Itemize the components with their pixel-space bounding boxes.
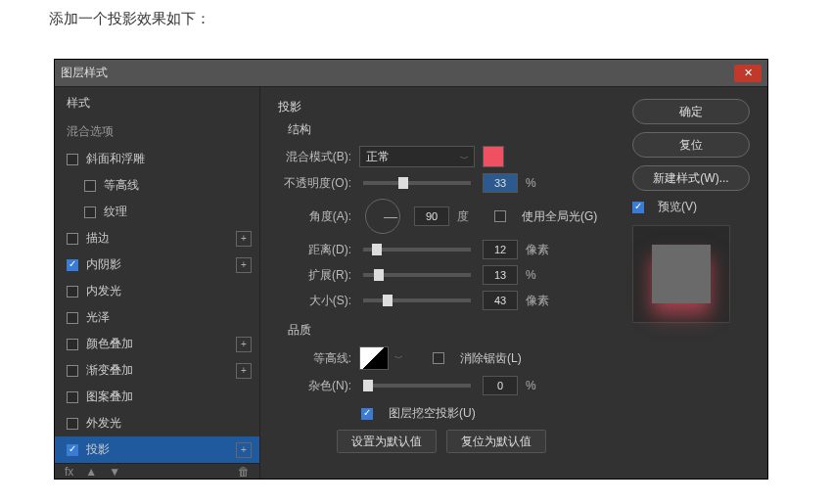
noise-input[interactable]: 0 [483,376,518,395]
spread-input[interactable]: 13 [483,265,518,285]
opacity-input[interactable]: 33 [483,173,518,193]
style-checkbox[interactable] [67,365,78,377]
style-item[interactable]: 描边+ [55,225,259,252]
global-light-label: 使用全局光(G) [522,208,597,225]
angle-dial[interactable] [365,199,400,234]
style-checkbox[interactable] [67,391,78,403]
style-label: 投影 [86,441,110,458]
reset-button[interactable]: 复位 [632,132,750,158]
noise-unit: % [526,379,536,392]
size-unit: 像素 [526,293,549,309]
caption-text: 添加一个投影效果如下： [0,0,832,28]
chevron-down-icon[interactable]: ﹀ [394,352,403,365]
style-checkbox[interactable] [84,180,96,192]
style-item[interactable]: 外发光 [55,410,259,436]
styles-header[interactable]: 样式 [55,87,259,119]
style-item[interactable]: 光泽 [55,304,259,331]
style-item[interactable]: 颜色叠加+ [55,331,259,357]
set-default-button[interactable]: 设置为默认值 [337,430,437,453]
style-item[interactable]: 纹理 [55,199,259,225]
layer-style-dialog: 图层样式 ✕ 样式 混合选项 斜面和浮雕等高线纹理描边+内阴影+内发光光泽颜色叠… [54,59,768,480]
opacity-slider[interactable] [363,181,471,185]
style-label: 纹理 [104,204,127,220]
blend-mode-label: 混合模式(B): [278,149,351,165]
actions-panel: 确定 复位 新建样式(W)... 预览(V) [619,87,767,479]
opacity-unit: % [526,176,536,190]
size-label: 大小(S): [278,293,351,309]
ok-button[interactable]: 确定 [632,99,750,124]
global-light-checkbox[interactable] [494,210,506,222]
quality-group: 品质 [288,322,601,339]
preview-swatch [652,245,711,303]
style-item[interactable]: 投影+ [55,436,259,463]
distance-slider[interactable] [363,248,471,252]
settings-panel: 投影 结构 混合模式(B): 正常 ﹀ 不透明度(O): 33 % 角度(A):… [260,87,619,479]
angle-unit: 度 [457,208,469,225]
color-swatch[interactable] [483,146,504,167]
preview-label: 预览(V) [658,199,697,215]
section-title: 投影 [278,99,601,115]
noise-label: 杂色(N): [278,378,351,394]
style-checkbox[interactable] [67,259,78,271]
style-label: 图案叠加 [86,389,133,405]
style-checkbox[interactable] [67,154,78,165]
style-checkbox[interactable] [67,233,78,245]
trash-icon[interactable]: 🗑 [238,465,250,479]
style-item[interactable]: 图案叠加 [55,384,259,410]
add-effect-button[interactable]: + [236,337,252,352]
new-style-button[interactable]: 新建样式(W)... [632,165,750,191]
dialog-title: 图层样式 [61,65,108,81]
style-label: 外发光 [86,415,121,432]
style-label: 光泽 [86,309,110,326]
style-label: 内发光 [86,283,121,299]
style-checkbox[interactable] [84,206,96,218]
size-slider[interactable] [363,298,471,302]
titlebar: 图层样式 ✕ [55,60,767,87]
reset-default-button[interactable]: 复位为默认值 [446,430,546,453]
down-arrow-icon[interactable]: ▼ [109,465,120,479]
fx-icon[interactable]: fx [65,465,73,479]
style-item[interactable]: 渐变叠加+ [55,357,259,384]
antialias-checkbox[interactable] [433,352,444,364]
distance-input[interactable]: 12 [483,240,518,259]
size-input[interactable]: 43 [483,291,518,310]
style-label: 等高线 [104,177,139,194]
styles-panel: 样式 混合选项 斜面和浮雕等高线纹理描边+内阴影+内发光光泽颜色叠加+渐变叠加+… [55,87,260,479]
add-effect-button[interactable]: + [236,363,252,379]
style-label: 内阴影 [86,256,121,273]
angle-input[interactable]: 90 [414,206,449,226]
angle-label: 角度(A): [278,208,351,225]
blend-mode-value: 正常 [366,149,390,165]
antialias-label: 消除锯齿(L) [460,350,522,367]
chevron-down-icon: ﹀ [460,153,469,165]
structure-group: 结构 [288,121,601,138]
style-item[interactable]: 斜面和浮雕 [55,146,259,172]
blend-options-header[interactable]: 混合选项 [55,119,259,146]
style-item[interactable]: 内发光 [55,278,259,304]
blend-mode-select[interactable]: 正常 ﹀ [359,146,475,167]
style-checkbox[interactable] [67,286,78,298]
up-arrow-icon[interactable]: ▲ [85,465,97,479]
contour-label: 等高线: [278,350,351,367]
spread-slider[interactable] [363,273,471,277]
add-effect-button[interactable]: + [236,231,252,247]
style-item[interactable]: 等高线 [55,172,259,199]
panel-footer: fx ▲ ▼ 🗑 [55,463,259,479]
preview-checkbox[interactable] [632,202,644,213]
add-effect-button[interactable]: + [236,257,252,273]
style-checkbox[interactable] [67,339,78,350]
knockout-checkbox[interactable] [361,408,373,420]
style-label: 描边 [86,230,110,247]
close-icon: ✕ [744,67,753,79]
noise-slider[interactable] [363,384,471,388]
add-effect-button[interactable]: + [236,442,252,458]
style-item[interactable]: 内阴影+ [55,252,259,278]
preview-box [632,225,730,323]
style-checkbox[interactable] [67,312,78,324]
style-checkbox[interactable] [67,418,78,430]
knockout-label: 图层挖空投影(U) [389,405,476,422]
style-checkbox[interactable] [67,444,78,456]
contour-picker[interactable] [359,346,389,370]
style-label: 渐变叠加 [86,362,133,379]
close-button[interactable]: ✕ [734,65,762,82]
